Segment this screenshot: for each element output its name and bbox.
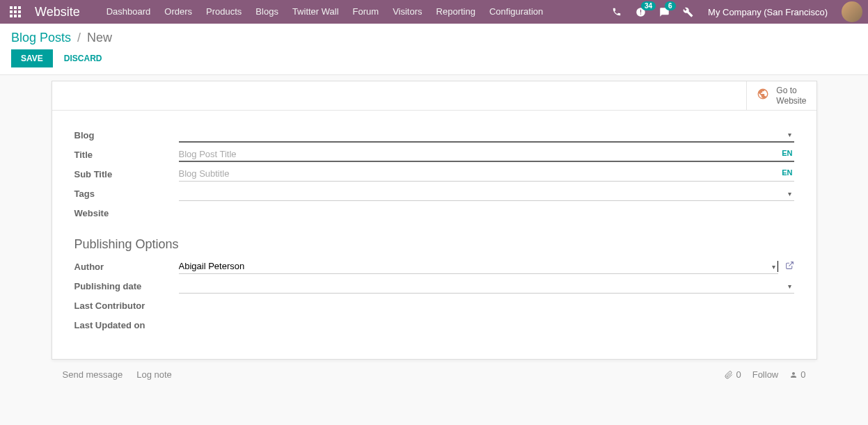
pubdate-input[interactable]: [179, 279, 794, 292]
label-website: Website: [74, 208, 179, 218]
author-field[interactable]: ▾: [179, 259, 778, 274]
nav-blogs[interactable]: Blogs: [248, 0, 285, 24]
author-input[interactable]: [179, 259, 778, 273]
control-panel: Blog Posts / New SAVE DISCARD: [0, 24, 868, 75]
nav-orders[interactable]: Orders: [157, 0, 199, 24]
phone-icon[interactable]: [606, 0, 627, 24]
label-lastcontrib: Last Contributor: [74, 300, 179, 311]
activities-icon[interactable]: 34: [630, 0, 651, 24]
breadcrumb-separator: /: [77, 31, 81, 45]
breadcrumb-current: New: [87, 31, 112, 45]
nav-configuration[interactable]: Configuration: [482, 0, 550, 24]
form-sheet: Go to Website Blog ▾ Title: [52, 81, 817, 360]
form-view: Go to Website Blog ▾ Title: [0, 81, 868, 408]
nav-menu: Dashboard Orders Products Blogs Twitter …: [100, 0, 606, 24]
title-input[interactable]: [179, 147, 794, 161]
apps-menu-icon[interactable]: [6, 2, 25, 22]
breadcrumb-root[interactable]: Blog Posts: [11, 31, 71, 45]
external-link-icon[interactable]: [785, 261, 794, 272]
followers-counter[interactable]: 0: [789, 369, 805, 380]
user-avatar[interactable]: [842, 1, 862, 22]
main-navbar: Website Dashboard Orders Products Blogs …: [0, 0, 868, 24]
label-tags: Tags: [74, 189, 179, 199]
label-subtitle: Sub Title: [74, 169, 179, 179]
globe-icon: [757, 88, 769, 104]
attachments-count: 0: [736, 369, 741, 380]
section-publishing-title: Publishing Options: [74, 237, 794, 252]
lastcontrib-field: [179, 298, 794, 313]
log-note-button[interactable]: Log note: [136, 369, 172, 380]
messages-icon[interactable]: 6: [654, 0, 674, 24]
paperclip-icon: [725, 371, 733, 379]
blog-input[interactable]: [179, 128, 794, 141]
subtitle-field[interactable]: EN: [179, 166, 794, 182]
nav-products[interactable]: Products: [199, 0, 248, 24]
lastupdated-field: [179, 317, 794, 332]
app-brand[interactable]: Website: [35, 5, 80, 19]
label-title: Title: [74, 150, 179, 160]
messages-badge: 6: [665, 1, 676, 10]
title-field[interactable]: EN: [179, 147, 794, 162]
breadcrumb: Blog Posts / New: [11, 31, 857, 45]
label-blog: Blog: [74, 130, 179, 141]
follow-button[interactable]: Follow: [752, 369, 779, 380]
stat-button-line1: Go to: [776, 86, 806, 95]
tools-icon[interactable]: [677, 0, 698, 24]
title-lang-badge[interactable]: EN: [782, 149, 792, 157]
nav-visitors[interactable]: Visitors: [386, 0, 429, 24]
label-author: Author: [74, 262, 179, 272]
nav-dashboard[interactable]: Dashboard: [100, 0, 158, 24]
nav-twitter-wall[interactable]: Twitter Wall: [285, 0, 346, 24]
subtitle-input[interactable]: [179, 167, 794, 180]
website-field: [179, 205, 794, 220]
pubdate-field[interactable]: ▾: [179, 278, 794, 294]
label-lastupdated: Last Updated on: [74, 320, 179, 330]
blog-field[interactable]: ▾: [179, 127, 794, 143]
discard-button[interactable]: DISCARD: [64, 54, 102, 63]
chatter: Send message Log note 0 Follow 0: [52, 360, 817, 380]
tags-field[interactable]: ▾: [179, 186, 794, 201]
user-icon: [789, 371, 798, 379]
send-message-button[interactable]: Send message: [63, 369, 123, 380]
statusbar: Go to Website: [52, 81, 816, 111]
label-pubdate: Publishing date: [74, 281, 179, 291]
company-switcher[interactable]: My Company (San Francisco): [701, 7, 835, 17]
tags-input[interactable]: [179, 186, 794, 200]
save-button[interactable]: SAVE: [11, 49, 53, 67]
nav-reporting[interactable]: Reporting: [429, 0, 482, 24]
nav-forum[interactable]: Forum: [346, 0, 386, 24]
nav-systray: 34 6 My Company (San Francisco): [606, 0, 862, 24]
go-to-website-button[interactable]: Go to Website: [746, 81, 816, 110]
attachments-counter[interactable]: 0: [725, 369, 741, 380]
followers-count: 0: [800, 369, 805, 380]
stat-button-line2: Website: [776, 96, 806, 106]
subtitle-lang-badge[interactable]: EN: [782, 168, 792, 177]
